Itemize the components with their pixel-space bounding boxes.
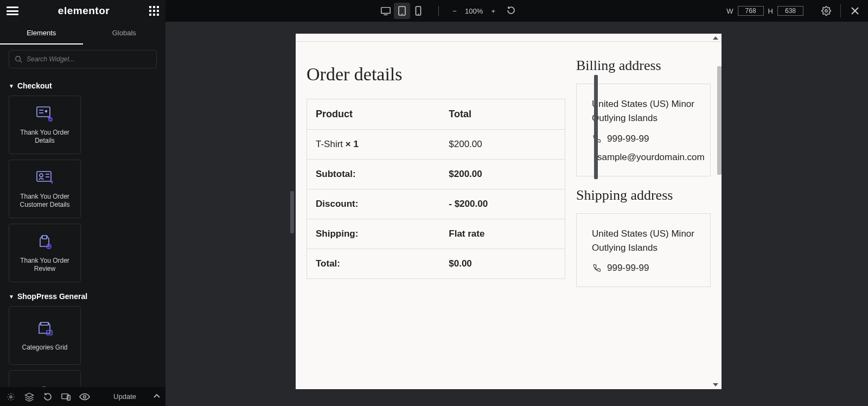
preview-icon[interactable]: [79, 391, 90, 402]
svg-point-35: [10, 396, 12, 398]
widget-icon: [36, 233, 54, 251]
tab-globals[interactable]: Globals: [83, 22, 166, 45]
section-title: ShopPress General: [17, 292, 87, 301]
shipping-phone: 999-99-99: [607, 263, 649, 274]
height-label: H: [768, 7, 773, 15]
product-total: $200.00: [440, 130, 565, 160]
summary-value: $0.00: [440, 249, 565, 279]
widget-label: Categories Grid: [22, 344, 67, 352]
zoom-in-button[interactable]: +: [489, 7, 497, 15]
widget-categories-grid[interactable]: Categories Grid: [9, 306, 81, 365]
caret-down-icon: ▼: [9, 83, 14, 89]
table-row: Total:$0.00: [307, 249, 565, 279]
svg-point-39: [84, 395, 86, 398]
svg-rect-11: [37, 107, 50, 117]
mobile-device-button[interactable]: [410, 3, 426, 19]
widget-icon: [36, 320, 54, 338]
phone-icon: [592, 263, 602, 273]
chevron-up-icon[interactable]: [154, 393, 160, 401]
section-shoppress-toggle[interactable]: ▼ ShopPress General: [0, 282, 165, 306]
desktop-device-button[interactable]: [378, 3, 394, 19]
billing-phone: 999-99-99: [607, 134, 649, 144]
th-total: Total: [440, 99, 565, 130]
separator: [438, 6, 439, 16]
preview-frame: Order details Product Total T-Shirt × 1 …: [296, 34, 722, 389]
zoom-level: 100%: [465, 7, 483, 15]
navigator-icon[interactable]: [24, 391, 35, 402]
svg-rect-23: [47, 331, 52, 335]
shipping-title: Shipping address: [576, 187, 711, 204]
widget-thank-you-customer-details[interactable]: Thank You Order Customer Details: [9, 160, 81, 218]
summary-value: $200.00: [440, 160, 565, 189]
svg-point-6: [825, 10, 828, 12]
scroll-up-arrow-icon[interactable]: [713, 36, 718, 40]
widget-thank-you-order-review[interactable]: Thank You Order Review: [9, 224, 81, 282]
history-icon[interactable]: [42, 391, 53, 402]
summary-label: Total:: [307, 249, 441, 279]
table-row: T-Shirt × 1 $200.00: [307, 130, 565, 160]
summary-label: Shipping:: [307, 219, 441, 249]
widget-thank-you-order-details[interactable]: Thank You Order Details: [9, 96, 81, 154]
svg-rect-0: [381, 8, 390, 14]
scrollbar[interactable]: [717, 66, 722, 175]
product-name: T-Shirt: [316, 139, 343, 149]
scrollbar[interactable]: [290, 191, 294, 233]
tab-elements[interactable]: Elements: [0, 22, 83, 45]
summary-label: Discount:: [307, 189, 441, 219]
table-row: Discount:- $200.00: [307, 189, 565, 219]
th-product: Product: [307, 99, 441, 130]
widget-orders-tracking[interactable]: Orders Tracking: [9, 370, 81, 387]
widgets-panel: Elements Globals ▼ Checkout Thank You Or…: [0, 22, 165, 387]
height-input[interactable]: 638: [777, 6, 803, 16]
order-table: Product Total T-Shirt × 1 $200.00 Subtot…: [307, 99, 565, 279]
svg-marker-36: [25, 393, 34, 397]
divider: [296, 41, 722, 42]
shipping-address-box: United States (US) Minor Outlying Island…: [576, 213, 711, 288]
widget-icon: [36, 169, 54, 187]
caret-down-icon: ▼: [9, 294, 14, 300]
brand-logo: elementor: [58, 5, 110, 17]
page-settings-icon[interactable]: [5, 391, 16, 402]
widget-icon: [36, 105, 54, 123]
product-qty: × 1: [346, 139, 359, 149]
canvas-stage: Order details Product Total T-Shirt × 1 …: [165, 22, 868, 406]
scroll-down-arrow-icon[interactable]: [713, 383, 718, 386]
zoom-out-button[interactable]: −: [451, 7, 458, 15]
bottom-bar: Update: [0, 387, 165, 406]
svg-rect-16: [37, 172, 51, 181]
search-input[interactable]: [27, 55, 151, 63]
order-details-title: Order details: [307, 64, 565, 85]
svg-point-17: [40, 174, 43, 177]
responsive-icon[interactable]: [61, 391, 72, 402]
reset-zoom-button[interactable]: [507, 6, 514, 16]
summary-label: Subtotal:: [307, 160, 441, 189]
billing-address: United States (US) Minor Outlying Island…: [592, 97, 695, 126]
search-widget-box[interactable]: [9, 50, 157, 68]
widget-label: Thank You Order Customer Details: [11, 193, 78, 209]
svg-line-10: [20, 61, 22, 63]
svg-point-9: [16, 56, 21, 61]
section-title: Checkout: [17, 81, 52, 90]
close-icon[interactable]: [850, 5, 860, 16]
table-row: Shipping:Flat rate: [307, 219, 565, 249]
apps-grid-icon[interactable]: [149, 6, 159, 16]
settings-icon[interactable]: [821, 5, 832, 16]
summary-value: Flat rate: [440, 219, 565, 249]
separator: [840, 4, 841, 17]
widget-label: Thank You Order Details: [11, 129, 78, 145]
section-checkout-toggle[interactable]: ▼ Checkout: [0, 72, 165, 96]
svg-point-14: [45, 111, 47, 112]
widget-label: Thank You Order Review: [11, 257, 78, 273]
summary-value: - $200.00: [440, 189, 565, 219]
width-input[interactable]: 768: [738, 6, 764, 16]
menu-icon[interactable]: [7, 7, 18, 15]
billing-title: Billing address: [576, 58, 711, 74]
width-label: W: [726, 7, 733, 15]
top-bar: elementor − 100% + W 768 H 638: [0, 0, 868, 22]
tablet-device-button[interactable]: [394, 3, 410, 19]
billing-email: sample@yourdomain.com: [597, 152, 705, 163]
table-row: Subtotal:$200.00: [307, 160, 565, 189]
scrollbar[interactable]: [594, 75, 598, 179]
update-button[interactable]: Update: [113, 392, 136, 401]
svg-rect-38: [67, 395, 70, 400]
